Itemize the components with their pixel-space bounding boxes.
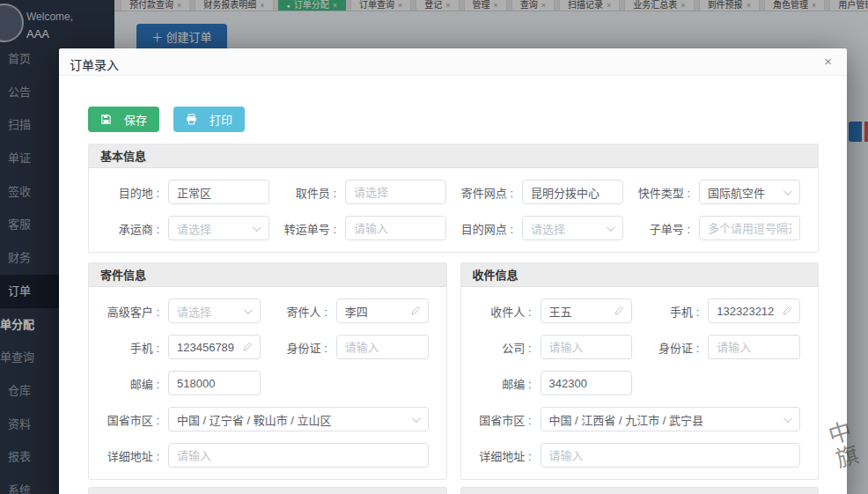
transfer-number-field: 转运单号 :: [276, 216, 453, 240]
carrier-select[interactable]: 请选择: [168, 216, 269, 240]
recipient-name-input[interactable]: [541, 299, 633, 323]
recipient-mobile-field: 手机 :: [639, 299, 807, 323]
destination-input[interactable]: [168, 180, 269, 204]
recipient-id-card-input[interactable]: [708, 335, 800, 359]
chevron-down-icon: [253, 223, 261, 232]
sender-region-cascader[interactable]: 中国 / 辽宁省 / 鞍山市 / 立山区: [168, 407, 429, 431]
recipient-spacer-cell: [639, 371, 807, 395]
modal-title: 订单录入: [70, 55, 119, 73]
basic-info-body: 目的地 : 取件员 : 寄件网点 : 快件类型 : 国际航空件: [89, 168, 818, 252]
chevron-down-icon: [783, 187, 792, 195]
field-label: 转运单号 :: [276, 220, 345, 237]
field-label: 详细地址 :: [99, 447, 168, 464]
sender-info-body: 高级客户 : 请选择 寄件人 : 手机 : 身份证 :: [89, 287, 446, 479]
sender-info-section: 寄件信息 高级客户 : 请选择 寄件人 : 手机 :: [88, 262, 447, 480]
recipient-mobile-input[interactable]: [708, 299, 800, 323]
advanced-customer-field: 高级客户 : 请选择: [99, 299, 268, 323]
recipient-postcode-field: 邮编 :: [472, 371, 640, 395]
chevron-down-icon: [244, 306, 253, 314]
recipient-info-body: 收件人 : 手机 : 公司 : 身份证 :: [461, 287, 819, 479]
recipient-address-input[interactable]: [541, 443, 801, 468]
modal-body: 保存 打印 基本信息 目的地 : 取件: [88, 76, 819, 494]
edit-pencil-icon[interactable]: [242, 342, 253, 352]
field-label: 邮编 :: [99, 375, 168, 392]
next-section-left-header: [89, 488, 446, 494]
field-label: 寄件人 :: [268, 303, 336, 320]
chevron-down-icon: [411, 414, 420, 423]
field-label: 手机 :: [639, 303, 708, 320]
modal-header: 订单录入 ×: [59, 48, 847, 76]
field-label: 目的地 :: [99, 184, 168, 201]
express-type-select[interactable]: 国际航空件: [699, 180, 800, 204]
field-label: 快件类型 :: [630, 184, 699, 201]
sender-mobile-input[interactable]: [168, 335, 261, 359]
express-type-field: 快件类型 : 国际航空件: [630, 180, 807, 204]
field-label: 详细地址 :: [472, 447, 541, 464]
edit-pencil-icon[interactable]: [410, 306, 421, 316]
edit-pencil-icon[interactable]: [782, 306, 792, 316]
field-label: 身份证 :: [268, 339, 336, 356]
transfer-number-input[interactable]: [345, 216, 446, 240]
sender-id-card-field: 身份证 :: [268, 335, 436, 359]
sender-name-field: 寄件人 :: [268, 299, 436, 323]
sender-postcode-field: 邮编 :: [99, 371, 268, 395]
sender-branch-input[interactable]: [522, 180, 623, 204]
printer-icon: [186, 114, 197, 125]
advanced-customer-select[interactable]: 请选择: [168, 299, 261, 323]
pickup-agent-field: 取件员 :: [276, 180, 453, 204]
field-label: 身份证 :: [639, 339, 708, 356]
recipient-region-field: 国省市区 : 中国 / 江西省 / 九江市 / 武宁县: [472, 407, 808, 431]
next-section-left: [88, 487, 447, 494]
sender-mobile-field: 手机 :: [99, 335, 268, 359]
sender-info-title: 寄件信息: [89, 263, 446, 287]
field-label: 寄件网点 :: [453, 184, 522, 201]
sub-order-number-field: 子单号 :: [630, 216, 807, 240]
order-entry-modal: 订单录入 × 保存 打印 基本信息: [59, 48, 847, 494]
field-label: 手机 :: [99, 339, 168, 356]
field-label: 子单号 :: [630, 220, 699, 237]
save-button[interactable]: 保存: [88, 107, 159, 132]
print-button[interactable]: 打印: [173, 107, 245, 132]
recipient-region-cascader[interactable]: 中国 / 江西省 / 九江市 / 武宁县: [541, 407, 801, 431]
pickup-agent-input[interactable]: [345, 180, 446, 204]
sender-region-field: 国省市区 : 中国 / 辽宁省 / 鞍山市 / 立山区: [99, 407, 436, 431]
field-label: 目的网点 :: [453, 220, 522, 237]
sender-postcode-input[interactable]: [168, 371, 261, 395]
sender-branch-field: 寄件网点 :: [453, 180, 630, 204]
field-label: 取件员 :: [276, 184, 345, 201]
field-label: 承运商 :: [99, 220, 168, 237]
recipient-name-field: 收件人 :: [472, 299, 640, 323]
carrier-field: 承运商 : 请选择: [99, 216, 276, 240]
destination-branch-select[interactable]: 请选择: [522, 216, 623, 240]
field-label: 公司 :: [472, 339, 541, 356]
sender-id-card-input[interactable]: [336, 335, 429, 359]
chevron-down-icon: [607, 223, 615, 232]
action-button-row: 保存 打印: [88, 107, 819, 132]
sender-address-field: 详细地址 :: [99, 443, 436, 468]
basic-info-title: 基本信息: [89, 144, 818, 168]
recipient-id-card-field: 身份证 :: [639, 335, 807, 359]
field-label: 收件人 :: [472, 303, 541, 320]
sender-spacer-cell: [268, 371, 436, 395]
chevron-down-icon: [783, 414, 792, 423]
field-label: 国省市区 :: [472, 411, 541, 428]
recipient-info-section: 收件信息 收件人 : 手机 : 公司 :: [460, 262, 820, 480]
edit-pencil-icon[interactable]: [614, 306, 624, 316]
destination-field: 目的地 :: [99, 180, 276, 204]
field-label: 国省市区 :: [99, 411, 168, 428]
sub-order-number-input[interactable]: [699, 216, 800, 240]
destination-branch-field: 目的网点 : 请选择: [453, 216, 630, 240]
recipient-postcode-input[interactable]: [541, 371, 633, 395]
sender-name-input[interactable]: [336, 299, 429, 323]
field-label: 高级客户 :: [99, 303, 168, 320]
app-screen: Welcome, AAA 首页 公告 扫描 单证 签收 客服 财务 订单 单分配…: [0, 0, 868, 494]
basic-info-section: 基本信息 目的地 : 取件员 : 寄件网点 : 快件类: [88, 144, 819, 253]
recipient-company-field: 公司 :: [472, 335, 640, 359]
next-section-right-header: [461, 488, 819, 494]
close-icon[interactable]: ×: [824, 54, 832, 70]
recipient-company-input[interactable]: [541, 335, 633, 359]
recipient-info-title: 收件信息: [461, 263, 819, 287]
sender-address-input[interactable]: [168, 443, 429, 468]
recipient-address-field: 详细地址 :: [472, 443, 808, 468]
next-section-right: [460, 487, 820, 494]
